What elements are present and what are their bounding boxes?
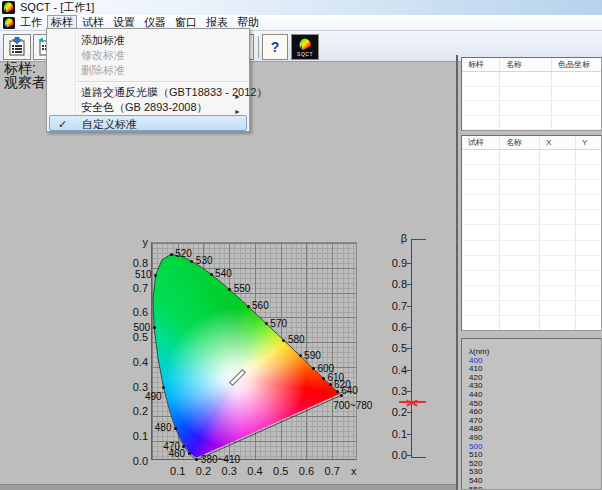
table-cell xyxy=(540,271,576,285)
locus-point-570 xyxy=(265,322,268,325)
y-axis-tick: 0.7 xyxy=(120,282,148,294)
locus-point-700~780 xyxy=(340,394,343,397)
table-cell xyxy=(462,72,500,86)
wavelength-item: 410 xyxy=(469,365,601,374)
beta-tick-mark xyxy=(407,348,411,349)
y-axis-tick: 0.8 xyxy=(120,257,148,269)
wavelength-item: 460 xyxy=(469,408,601,417)
chromaticity-diagram[interactable]: 380~410460470480490500510520530540550560… xyxy=(151,242,357,460)
checkmark-icon: ✓ xyxy=(58,116,67,132)
table-cell xyxy=(500,210,540,224)
app-logo-icon xyxy=(2,1,15,14)
locus-wavelength-label: 550 xyxy=(234,283,251,294)
table-cell xyxy=(500,116,552,130)
table-row[interactable] xyxy=(462,101,601,116)
x-axis-tick: 0.1 xyxy=(167,465,189,477)
beta-tick-label: 0.1 xyxy=(385,428,407,440)
beta-tick-label: 0.8 xyxy=(385,278,407,290)
table-row[interactable] xyxy=(462,210,601,225)
locus-wavelength-label: 580 xyxy=(288,334,305,345)
table-cell xyxy=(462,195,500,209)
table-row[interactable] xyxy=(462,72,601,87)
table-cell xyxy=(462,87,500,101)
table-cell xyxy=(500,316,540,330)
table-cell xyxy=(540,225,576,239)
table-cell xyxy=(500,256,540,270)
table-cell xyxy=(462,150,500,164)
child-window-icon xyxy=(3,17,15,29)
table-cell xyxy=(462,256,500,270)
table-row[interactable] xyxy=(462,256,601,271)
table-row[interactable] xyxy=(462,150,601,165)
locus-point-500 xyxy=(153,326,156,329)
table-cell xyxy=(540,316,576,330)
table-cell xyxy=(462,301,500,315)
y-axis-tick: 0.3 xyxy=(120,381,148,393)
beta-tick-label: 0.6 xyxy=(385,321,407,333)
table-row[interactable] xyxy=(462,180,601,195)
menu-item-道路交通反光膜（GBT18833 - 2012）[interactable]: 道路交通反光膜（GBT18833 - 2012）► xyxy=(47,85,249,100)
table-cell xyxy=(540,180,576,194)
beta-tick-mark xyxy=(407,284,411,285)
menu-item-添加标准[interactable]: 添加标准 xyxy=(47,33,249,48)
menu-item-自定义标准[interactable]: ✓自定义标准 xyxy=(49,115,247,131)
y-axis-tick: 0.2 xyxy=(120,405,148,417)
wavelength-item: 420 xyxy=(469,374,601,383)
table-cell xyxy=(576,271,601,285)
wavelength-item: 400 xyxy=(469,357,601,366)
table-cell xyxy=(540,195,576,209)
x-axis-tick: 0.4 xyxy=(244,465,266,477)
help-button[interactable]: ? xyxy=(262,34,288,60)
wavelength-item: 470 xyxy=(469,417,601,426)
locus-wavelength-label: 560 xyxy=(252,300,269,311)
beta-tick-mark xyxy=(407,455,411,456)
table-cell xyxy=(500,225,540,239)
beta-tick-mark xyxy=(407,306,411,307)
beta-axis-bottom-bar xyxy=(411,457,426,458)
y-axis-label: y xyxy=(120,236,148,248)
table-row[interactable] xyxy=(462,301,601,316)
about-sqct-button[interactable]: SQCT xyxy=(291,34,319,60)
table-row[interactable] xyxy=(462,271,601,286)
table-row[interactable] xyxy=(462,225,601,240)
status-strip xyxy=(0,484,456,490)
workspace-labels: 标样: 观察者 xyxy=(4,61,46,89)
table-row[interactable] xyxy=(462,316,601,331)
panel-splitter[interactable] xyxy=(456,55,458,490)
table-cell xyxy=(540,286,576,300)
beta-tick-label: 0.7 xyxy=(385,300,407,312)
table-row[interactable] xyxy=(462,87,601,102)
locus-point-620 xyxy=(329,383,332,386)
menu-separator xyxy=(77,81,247,82)
beta-tick-label: 0.4 xyxy=(385,364,407,376)
observer-label: 观察者 xyxy=(4,75,46,89)
x-axis-label: x xyxy=(351,465,357,477)
menubar-item-工作[interactable]: 工作 xyxy=(16,15,46,30)
wavelength-item: 430 xyxy=(469,382,601,391)
locus-point-640 xyxy=(336,390,339,393)
table-cell xyxy=(500,87,552,101)
table-row[interactable] xyxy=(462,241,601,256)
y-axis-tick: 0.5 xyxy=(120,331,148,343)
table-row[interactable] xyxy=(462,286,601,301)
menu-item-安全色（GB 2893-2008）[interactable]: 安全色（GB 2893-2008）► xyxy=(47,100,249,115)
locus-point-480 xyxy=(174,427,177,430)
column-header: 标样 xyxy=(462,58,500,71)
table-row[interactable] xyxy=(462,165,601,180)
wavelength-item: 450 xyxy=(469,400,601,409)
table-cell xyxy=(500,101,552,115)
x-axis-tick: 0.5 xyxy=(270,465,292,477)
locus-wavelength-label: 530 xyxy=(196,255,213,266)
table-row[interactable] xyxy=(462,195,601,210)
table-cell xyxy=(462,101,500,115)
menu-item-删除标准: 删除标准 xyxy=(47,63,249,78)
table-cell xyxy=(576,286,601,300)
list-download-icon xyxy=(7,37,27,57)
table-cell xyxy=(462,165,500,179)
menu-item-label: 修改标准 xyxy=(81,49,125,61)
column-header: X xyxy=(540,136,576,149)
standard-list-button[interactable] xyxy=(3,34,31,60)
wavelength-item: 520 xyxy=(469,460,601,469)
wavelength-item: 440 xyxy=(469,391,601,400)
table-row[interactable] xyxy=(462,116,601,131)
